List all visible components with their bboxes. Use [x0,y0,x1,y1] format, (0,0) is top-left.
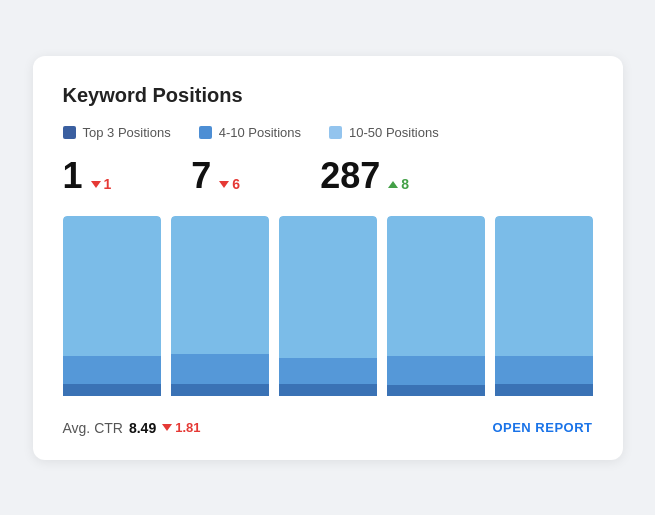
metric-change-value-10-50: 8 [401,176,409,192]
metric-value-10-50: 287 [320,158,380,194]
metrics-row: 1 1 7 6 287 8 [63,158,593,194]
arrow-up-icon [388,181,398,188]
keyword-positions-card: Keyword Positions Top 3 Positions 4-10 P… [33,56,623,460]
bar-dark-2 [171,384,269,396]
legend-item-10-50: 10-50 Positions [329,125,439,140]
avg-ctr-change: 1.81 [162,420,200,435]
bar-col-4 [387,216,485,396]
legend-item-top3: Top 3 Positions [63,125,171,140]
metric-change-10-50: 8 [388,176,409,192]
bar-top-5 [495,216,593,356]
metric-change-top3: 1 [91,176,112,192]
bar-dark-5 [495,384,593,396]
metric-value-4-10: 7 [191,158,211,194]
legend: Top 3 Positions 4-10 Positions 10-50 Pos… [63,125,593,140]
avg-ctr-change-value: 1.81 [175,420,200,435]
bar-dark-4 [387,385,485,396]
metric-10-50: 287 8 [320,158,409,194]
avg-ctr-arrow-down-icon [162,424,172,431]
bar-mid-2 [171,354,269,384]
bar-mid-4 [387,356,485,385]
legend-dot-4-10 [199,126,212,139]
bar-top-2 [171,216,269,354]
bar-dark-1 [63,384,161,396]
legend-item-4-10: 4-10 Positions [199,125,301,140]
metric-4-10: 7 6 [191,158,240,194]
avg-ctr-label: Avg. CTR [63,420,123,436]
metric-change-value-top3: 1 [104,176,112,192]
metric-value-top3: 1 [63,158,83,194]
metric-change-4-10: 6 [219,176,240,192]
bar-col-2 [171,216,269,396]
arrow-down-icon-2 [219,181,229,188]
bar-top-1 [63,216,161,356]
footer: Avg. CTR 8.49 1.81 OPEN REPORT [63,414,593,436]
bar-mid-3 [279,358,377,384]
legend-label-top3: Top 3 Positions [83,125,171,140]
metric-change-value-4-10: 6 [232,176,240,192]
legend-dot-10-50 [329,126,342,139]
bar-col-3 [279,216,377,396]
bar-col-5 [495,216,593,396]
open-report-button[interactable]: OPEN REPORT [492,420,592,435]
legend-dot-top3 [63,126,76,139]
avg-ctr: Avg. CTR 8.49 1.81 [63,420,201,436]
bar-mid-1 [63,356,161,384]
legend-label-10-50: 10-50 Positions [349,125,439,140]
bar-mid-5 [495,356,593,384]
bar-dark-3 [279,384,377,396]
bar-chart [63,216,593,396]
bar-top-3 [279,216,377,358]
bar-col-1 [63,216,161,396]
arrow-down-icon [91,181,101,188]
legend-label-4-10: 4-10 Positions [219,125,301,140]
bar-top-4 [387,216,485,356]
metric-top3: 1 1 [63,158,112,194]
card-title: Keyword Positions [63,84,593,107]
avg-ctr-value: 8.49 [129,420,156,436]
